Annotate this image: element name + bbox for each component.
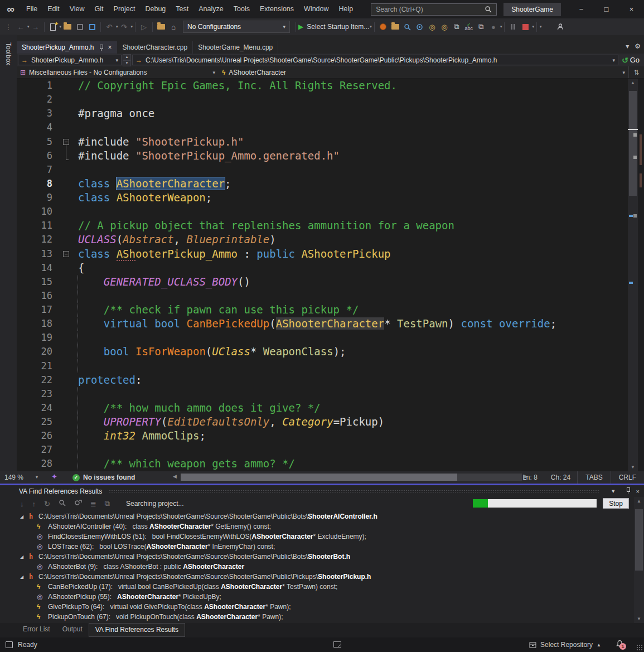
navigate-forward-button[interactable]: → [30,20,41,33]
code-line-5[interactable]: 5−#include "ShooterPickup.h" [17,135,628,149]
va-paste-button[interactable]: ⧉ [451,20,462,33]
search-input[interactable]: Search (Ctrl+Q) [371,3,497,16]
resize-grip[interactable] [636,644,643,651]
code-line-20[interactable]: 20bool IsForWeapon(UClass* WeaponClass); [17,345,628,359]
pause-button[interactable] [507,20,519,33]
find-in-files-button[interactable] [156,20,167,33]
navigate-back-button[interactable]: ← [15,20,26,33]
redo-button[interactable]: ↷ [119,20,130,33]
va-find-symbol-button[interactable] [414,20,425,33]
menu-project[interactable]: Project [109,0,141,18]
panel-header[interactable]: VA Find References Results ▾ × [0,485,644,497]
reference-item-row[interactable]: ◎AShooterPickup (55): AShooterCharacter*… [0,592,633,602]
menu-extensions[interactable]: Extensions [255,0,299,18]
code-line-26[interactable]: 26int32 AmmoClips; [17,429,628,443]
va-navigate-back-button[interactable]: ◎ [427,20,438,33]
minimize-button[interactable]: − [569,0,594,18]
reference-item-row[interactable]: ϟAShooterAIController (40): class AShoot… [0,521,633,532]
reference-item-row[interactable]: ϟPickupOnTouch (67): void PickupOnTouch(… [0,612,633,622]
reference-file-row[interactable]: ◢hC:\Users\Tris\Documents\Unreal Project… [0,552,633,562]
code-line-9[interactable]: 9class AShooterWeapon; [17,191,628,205]
code-line-12[interactable]: 12UCLASS(Abstract, Blueprintable) [17,233,628,247]
panel-vertical-scrollbar[interactable]: ▲ ▼ [634,497,644,623]
va-context-path-dropdown[interactable]: → C:\Users\Tris\Documents\Unreal Project… [132,55,618,65]
search-icon[interactable] [485,6,492,13]
zoom-dropdown[interactable]: 149 % ▾ [1,472,41,482]
tree-expanded-icon[interactable]: ◢ [20,554,29,559]
code-line-10[interactable]: 10 [17,205,628,219]
reference-item-row[interactable]: ◎FindClosestEnemyWithLOS (51): bool Find… [0,532,633,542]
panel-tab-error-list[interactable]: Error List [17,623,56,636]
menu-tools[interactable]: Tools [229,0,255,18]
chevron-down-icon[interactable]: ▾ [532,25,534,29]
va-snippet-button[interactable]: ⧉ [476,20,487,33]
code-line-4[interactable]: 4 [17,120,628,134]
reference-item-row[interactable]: ϟGivePickupTo (64): virtual void GivePic… [0,602,633,612]
code-line-18[interactable]: 18virtual bool CanBePickedUp(AShooterCha… [17,317,628,331]
va-open-file-button[interactable] [390,20,401,33]
close-icon[interactable]: × [636,488,640,495]
scroll-up-icon[interactable]: ▲ [634,499,644,504]
panel-tab-output[interactable]: Output [56,623,89,636]
panel-drag-texture[interactable] [109,490,599,493]
chevron-down-icon[interactable]: ▾ [612,487,615,495]
code-line-11[interactable]: 11// A pickup object that replenishes am… [17,219,628,233]
va-file-scope-dropdown[interactable]: → ShooterPickup_Ammo.h ▾ [18,55,122,65]
tree-expanded-icon[interactable]: ◢ [20,574,29,579]
va-go-button[interactable]: ↺ Go [618,56,643,65]
scrollbar-thumb[interactable] [629,91,637,196]
select-repository-button[interactable]: Select Repository ▲ [529,641,601,649]
goto-previous-button[interactable]: ↑ [32,500,36,508]
code-editor[interactable]: 1// Copyright Epic Games, Inc. All Right… [17,79,628,471]
chevron-down-icon[interactable]: ▾ [500,25,502,29]
va-refactor-button[interactable] [377,20,389,33]
new-file-button[interactable] [47,20,59,33]
code-line-22[interactable]: 22protected: [17,373,628,387]
reference-file-row[interactable]: ◢hC:\Users\Tris\Documents\Unreal Project… [0,511,633,521]
code-line-21[interactable]: 21 [17,359,628,373]
send-feedback-button[interactable] [555,20,566,33]
editor-horizontal-scrollbar[interactable] [181,474,522,481]
menu-debug[interactable]: Debug [140,0,171,18]
project-dropdown[interactable]: ⊞ Miscellaneous Files - No Configuration… [17,66,219,78]
document-health-indicator[interactable]: ✓ No issues found [72,471,135,484]
chevron-down-icon[interactable]: ▾ [131,25,133,29]
panel-tab-va-find-references-results[interactable]: VA Find References Results [89,623,185,637]
menu-git[interactable]: Git [90,0,109,18]
code-line-19[interactable]: 19 [17,331,628,345]
toolbar-grip-icon[interactable]: ⋮ [3,20,14,33]
spinner-down-button[interactable]: ▼ [123,60,131,66]
split-window-icon[interactable]: ⇅ [628,66,644,78]
settings-gear-icon[interactable]: ⚙ [635,42,641,50]
menu-edit[interactable]: Edit [42,0,65,18]
column-indicator[interactable]: Ch: 24 [544,474,577,481]
code-line-24[interactable]: 24/** how much ammo does it give? */ [17,401,628,415]
reference-file-row[interactable]: ◢hC:\Users\Tris\Documents\Unreal Project… [0,572,633,582]
tree-expanded-icon[interactable]: ◢ [20,514,29,519]
scroll-down-icon[interactable]: ▼ [628,465,638,470]
stop-search-button[interactable]: Stop [603,498,629,509]
code-line-17[interactable]: 17/** check if pawn can use this pickup … [17,303,628,317]
chevron-down-icon[interactable]: ▾ [540,25,542,29]
chevron-down-icon[interactable]: ▾ [370,25,372,29]
chevron-down-icon[interactable]: ▾ [27,25,30,29]
code-line-1[interactable]: 1// Copyright Epic Games, Inc. All Right… [17,79,628,93]
va-code-inspection-button[interactable]: ● [488,20,499,33]
va-spell-check-button[interactable]: ✓abc [463,20,474,33]
configurations-dropdown[interactable]: No Configurations ▾ [183,21,290,33]
open-file-button[interactable] [62,20,73,33]
undo-button[interactable]: ↶ [104,20,115,33]
visual-assist-icon[interactable]: ✦ [51,472,57,481]
toolbox-tab[interactable]: Toolbox [4,42,12,65]
chevron-down-icon[interactable]: ▾ [60,25,62,29]
code-line-8[interactable]: 8class AShooterCharacter; [17,177,628,191]
pin-icon[interactable] [99,45,104,51]
code-line-2[interactable]: 2 [17,93,628,107]
menu-test[interactable]: Test [171,0,193,18]
save-button[interactable] [74,20,85,33]
document-tab[interactable]: ShooterPickup_Ammo.h× [17,41,117,54]
indent-mode-indicator[interactable]: TABS [577,471,610,484]
code-line-15[interactable]: 15GENERATED_UCLASS_BODY() [17,275,628,289]
scroll-down-icon[interactable]: ▼ [634,616,644,621]
start-debug-icon[interactable]: ▶ [298,23,303,31]
